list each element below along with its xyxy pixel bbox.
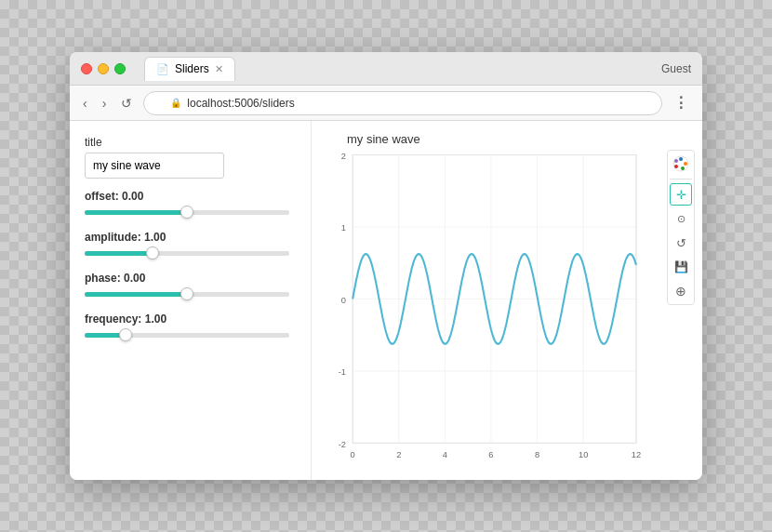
left-panel: title offset: 0.00 amplitude: 1.00	[70, 121, 312, 480]
svg-text:2: 2	[341, 151, 346, 161]
reset-icon[interactable]: ↺	[670, 232, 692, 254]
chart-toolbar: ✛ ⊙ ↺ 💾 ⊕	[667, 150, 695, 305]
tab-area: 📄 Sliders ✕	[144, 57, 691, 81]
svg-text:-2: -2	[339, 438, 346, 448]
page-content: title offset: 0.00 amplitude: 1.00	[70, 121, 702, 480]
chart-svg: 2 1 0 -1 -2 0 2 4 6 8 10 12	[319, 150, 665, 469]
tab-close-icon[interactable]: ✕	[215, 63, 223, 75]
browser-tab[interactable]: 📄 Sliders ✕	[144, 57, 235, 81]
wheel-zoom-icon[interactable]: ⊙	[670, 207, 692, 230]
add-icon[interactable]: ⊕	[670, 280, 692, 302]
svg-point-4	[674, 165, 678, 168]
svg-text:8: 8	[535, 449, 539, 459]
svg-point-1	[679, 157, 683, 161]
svg-text:0: 0	[341, 295, 346, 305]
reload-button[interactable]: ↺	[117, 94, 136, 113]
menu-dots-icon[interactable]: ⋮	[670, 94, 693, 112]
tab-title: Sliders	[175, 62, 209, 75]
browser-window: 📄 Sliders ✕ Guest ‹ › ↺ 🔒 localhost:5006…	[70, 52, 702, 480]
title-field-group: title	[85, 136, 296, 179]
guest-label: Guest	[661, 62, 691, 75]
title-input[interactable]	[85, 153, 224, 179]
svg-text:6: 6	[488, 449, 493, 459]
svg-point-5	[674, 159, 678, 163]
offset-slider-group: offset: 0.00	[85, 190, 296, 219]
title-bar: 📄 Sliders ✕ Guest	[70, 52, 702, 86]
right-panel: my sine wave ✛	[312, 121, 702, 480]
title-field-label: title	[85, 136, 296, 149]
bokeh-logo-icon	[670, 153, 692, 175]
back-button[interactable]: ‹	[79, 94, 91, 113]
frequency-slider-group: frequency: 1.00	[85, 313, 296, 342]
maximize-button[interactable]	[114, 63, 126, 74]
phase-slider-group: phase: 0.00	[85, 272, 296, 301]
chart-title: my sine wave	[347, 132, 695, 146]
address-bar: ‹ › ↺ 🔒 localhost:5006/sliders ⋮	[70, 86, 702, 121]
save-icon[interactable]: 💾	[670, 256, 692, 278]
amplitude-label: amplitude: 1.00	[85, 231, 296, 244]
svg-text:4: 4	[443, 449, 448, 459]
svg-text:12: 12	[632, 449, 641, 459]
svg-text:10: 10	[579, 449, 588, 459]
url-bar[interactable]: 🔒 localhost:5006/sliders	[143, 91, 662, 115]
pan-tool-icon[interactable]: ✛	[670, 183, 692, 206]
offset-label: offset: 0.00	[85, 190, 296, 203]
minimize-button[interactable]	[98, 63, 109, 74]
svg-point-2	[684, 162, 687, 166]
svg-text:0: 0	[351, 449, 355, 459]
phase-label: phase: 0.00	[85, 272, 296, 285]
svg-text:1: 1	[341, 222, 346, 233]
tab-page-icon: 📄	[156, 63, 169, 75]
close-button[interactable]	[81, 63, 92, 74]
lock-icon: 🔒	[170, 98, 181, 108]
svg-point-3	[681, 166, 685, 170]
amplitude-slider-group: amplitude: 1.00	[85, 231, 296, 260]
svg-text:-1: -1	[339, 366, 346, 377]
frequency-label: frequency: 1.00	[85, 313, 296, 326]
chart-area: ✛ ⊙ ↺ 💾 ⊕	[319, 150, 695, 469]
forward-button[interactable]: ›	[99, 94, 111, 113]
svg-text:2: 2	[396, 449, 401, 459]
traffic-lights	[81, 63, 126, 74]
url-text: localhost:5006/sliders	[187, 97, 294, 110]
